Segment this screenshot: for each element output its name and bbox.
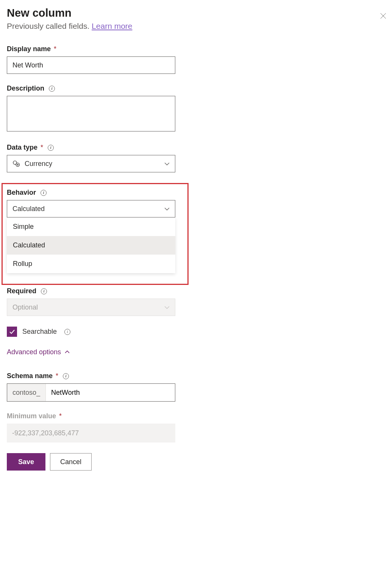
data-type-label: Data type* i <box>7 144 183 152</box>
required-value: Optional <box>12 303 38 311</box>
required-select: Optional <box>7 299 175 316</box>
schema-name-input[interactable] <box>46 384 175 401</box>
display-name-label: Display name* <box>7 45 183 53</box>
panel-title: New column <box>7 7 183 19</box>
svg-point-1 <box>16 163 19 166</box>
subtitle-text: Previously called fields. <box>7 22 92 30</box>
chevron-down-icon <box>164 161 170 166</box>
info-icon[interactable]: i <box>48 145 54 151</box>
behavior-label: Behavior i <box>7 189 183 197</box>
currency-icon <box>12 160 21 168</box>
info-icon[interactable]: i <box>64 329 70 335</box>
description-input[interactable] <box>7 96 175 131</box>
learn-more-link[interactable]: Learn more <box>92 22 132 30</box>
behavior-option-rollup[interactable]: Rollup <box>7 255 175 273</box>
behavior-select[interactable]: Calculated <box>7 200 175 217</box>
chevron-down-icon <box>164 305 170 310</box>
behavior-value: Calculated <box>12 205 45 213</box>
chevron-down-icon <box>164 206 170 211</box>
info-icon[interactable]: i <box>63 373 69 379</box>
min-value-label: Minimum value* <box>7 412 183 420</box>
behavior-dropdown: Simple Calculated Rollup <box>7 217 175 273</box>
behavior-option-calculated[interactable]: Calculated <box>7 236 175 255</box>
display-name-input[interactable] <box>7 56 175 74</box>
chevron-up-icon <box>65 350 70 355</box>
info-icon[interactable]: i <box>41 190 47 196</box>
close-button[interactable] <box>377 10 389 22</box>
schema-prefix: contoso_ <box>7 384 46 401</box>
data-type-value: Currency <box>25 160 52 168</box>
checkmark-icon <box>9 329 15 335</box>
save-button[interactable]: Save <box>7 453 45 471</box>
svg-point-2 <box>17 164 18 165</box>
searchable-label: Searchable <box>22 328 57 336</box>
close-icon <box>380 13 386 19</box>
behavior-option-simple[interactable]: Simple <box>7 217 175 236</box>
behavior-highlight: Behavior i Calculated Simple Calculated … <box>2 183 189 285</box>
schema-name-label: Schema name* i <box>7 372 183 380</box>
panel-subtitle: Previously called fields. Learn more <box>7 22 183 31</box>
description-label: Description i <box>7 84 183 92</box>
searchable-checkbox[interactable] <box>7 327 17 337</box>
required-label: Required i <box>7 287 183 295</box>
data-type-select[interactable]: Currency <box>7 155 175 172</box>
info-icon[interactable]: i <box>41 288 47 294</box>
schema-name-field: contoso_ <box>7 383 175 402</box>
advanced-label: Advanced options <box>7 348 61 356</box>
cancel-button[interactable]: Cancel <box>50 453 92 471</box>
min-value-input <box>7 424 175 443</box>
info-icon[interactable]: i <box>49 86 55 92</box>
advanced-options-toggle[interactable]: Advanced options <box>7 348 183 356</box>
